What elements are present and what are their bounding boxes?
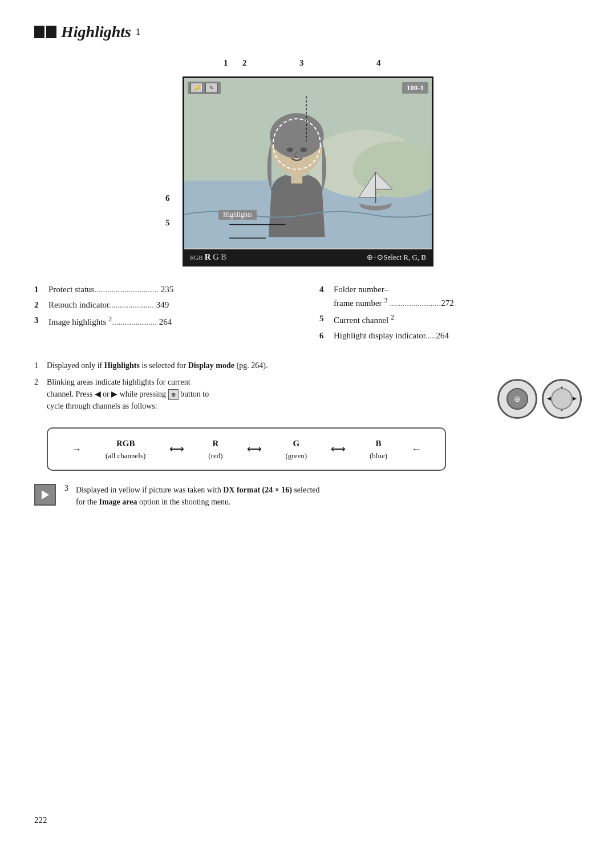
arrow-double-3: ⟷ (331, 442, 346, 457)
info-item-2: 2 Retouch indicator.....................… (34, 299, 297, 311)
info-col-left: 1 Protect status........................… (34, 284, 297, 345)
info-num-3: 3 (34, 314, 46, 328)
svg-point-7 (300, 147, 307, 152)
camera-screen: 🔑 ✎ 100-1 (183, 76, 433, 266)
info-text-4: Folder number–frame number 3 ...........… (334, 284, 582, 309)
footnote2-text: Blinking areas indicate highlights for c… (47, 376, 486, 412)
label-6: 6 (165, 193, 170, 203)
select-text: ⊕+⊙Select R, G, B (367, 253, 426, 262)
footnote-num-3: 3 (64, 484, 72, 493)
title-icon (34, 26, 56, 38)
info-item-6: 6 Highlight display indicator.....264 (319, 330, 582, 342)
info-num-5: 5 (319, 313, 331, 326)
info-text-1: Protect status..........................… (48, 284, 297, 296)
info-text-5: Current channel 2 (334, 313, 582, 326)
play-triangle (42, 490, 49, 499)
label-3: 3 (299, 58, 304, 68)
button-diagram: ⊕ ▲ ▼ ◀ ▶ (497, 379, 582, 419)
highlights-label: Highlights (218, 210, 257, 220)
info-num-4: 4 (319, 284, 331, 309)
info-item-5: 5 Current channel 2 (319, 313, 582, 326)
info-text-2: Retouch indicator..................... 3… (48, 299, 297, 311)
channel-rgb: RGB (all channels) (106, 437, 145, 461)
info-num-2: 2 (34, 299, 46, 311)
footnote-text-3: Displayed in yellow if picture was taken… (76, 484, 582, 508)
page-number: 222 (34, 815, 47, 825)
dpad-inner (551, 388, 573, 410)
footnote2-row: Blinking areas indicate highlights for c… (47, 376, 582, 419)
rgb-b: B (221, 252, 226, 262)
title-superscript: 1 (136, 27, 140, 37)
label-1: 1 (224, 58, 228, 68)
rgb-r: R (205, 252, 211, 262)
info-col-right: 4 Folder number–frame number 3 .........… (319, 284, 582, 345)
channel-b: B (blue) (370, 437, 387, 461)
diagram-wrapper: 1 2 3 4 🔑 ✎ 100-1 (183, 58, 433, 266)
svg-rect-8 (291, 172, 302, 184)
btn-icon: ⊕ (514, 393, 521, 405)
info-section: 1 Protect status........................… (34, 284, 582, 345)
info-num-1: 1 (34, 284, 46, 296)
info-num-6: 6 (319, 330, 331, 342)
label-5: 5 (165, 218, 170, 228)
btn-inner: ⊕ (506, 388, 528, 410)
footnote-2: 2 Blinking areas indicate highlights for… (34, 376, 582, 479)
footnote-num-1: 1 (34, 360, 42, 371)
footnote-3: 3 Displayed in yellow if picture was tak… (34, 484, 582, 508)
svg-point-6 (287, 147, 294, 152)
channel-cycle: → RGB (all channels) ⟷ R (red) ⟷ G (gre (47, 427, 446, 471)
info-item-1: 1 Protect status........................… (34, 284, 297, 296)
arrow-double-1: ⟷ (169, 442, 184, 457)
playback-icon (34, 484, 56, 506)
rgb-prefix: RGB (190, 254, 203, 261)
rgb-g: G (212, 252, 219, 262)
info-item-4: 4 Folder number–frame number 3 .........… (319, 284, 582, 309)
number-labels-row: 1 2 3 4 (183, 58, 433, 76)
svg-point-5 (270, 113, 324, 158)
page-title: Highlights1 (34, 23, 582, 41)
screen-bottombar: RGB R G B ⊕+⊙Select R, G, B (184, 249, 432, 265)
rgb-label: RGB R G B (190, 252, 226, 262)
label-4: 4 (376, 58, 381, 68)
footnote-num-2: 2 (34, 376, 42, 479)
diagram-container: 1 2 3 4 🔑 ✎ 100-1 (34, 58, 582, 266)
channel-r: R (red) (208, 437, 222, 461)
channel-g: G (green) (285, 437, 307, 461)
info-item-3: 3 Image highlights 2....................… (34, 314, 297, 328)
info-text-3: Image highlights 2..................... … (48, 314, 297, 328)
playback-button: ⊕ (497, 379, 537, 419)
retouch-icon: ✎ (205, 83, 218, 93)
screen-inner: 🔑 ✎ 100-1 (184, 78, 432, 249)
label-2: 2 (242, 58, 247, 68)
footnote-1: 1 Displayed only if Highlights is select… (34, 360, 582, 371)
info-text-6: Highlight display indicator.....264 (334, 330, 582, 342)
frame-number: 100-1 (402, 82, 428, 94)
arrow-double-2: ⟷ (247, 442, 262, 457)
footnote-text-1: Displayed only if Highlights is selected… (47, 360, 582, 371)
dpad: ▲ ▼ ◀ ▶ (542, 379, 582, 419)
footnotes-section: 1 Displayed only if Highlights is select… (34, 360, 582, 508)
protect-icon: 🔑 (191, 83, 203, 93)
screen-icons: 🔑 ✎ (188, 82, 221, 94)
screen-topbar: 🔑 ✎ 100-1 (188, 82, 428, 94)
title-text: Highlights (61, 23, 131, 41)
side-labels: 6 5 (165, 193, 170, 228)
scene-svg (184, 78, 432, 249)
